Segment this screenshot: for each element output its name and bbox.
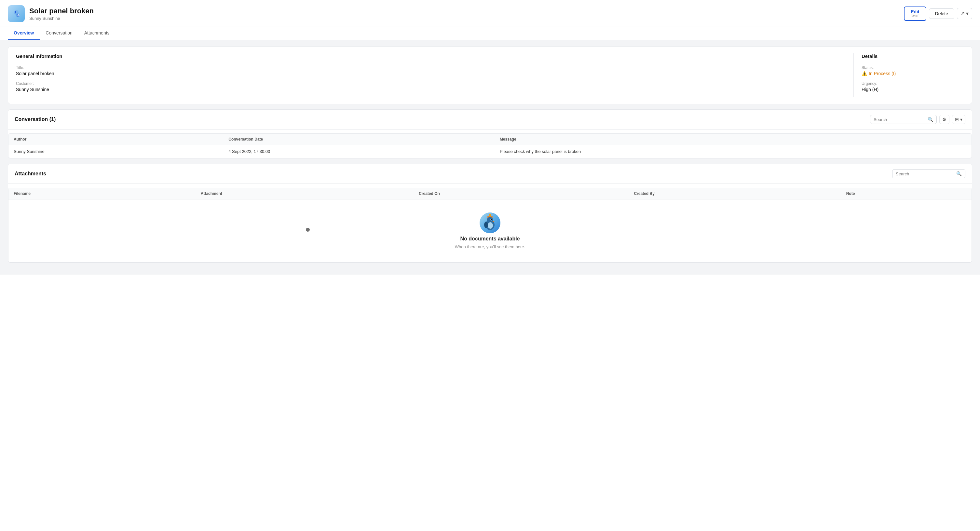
svg-text:⚙: ⚙	[17, 14, 19, 17]
gear-icon: ⚙	[942, 117, 947, 122]
delete-button[interactable]: Delete	[929, 8, 954, 19]
tabs-container: Overview Conversation Attachments	[0, 26, 980, 40]
attachments-search-icon[interactable]: 🔍	[956, 171, 962, 176]
table-row: Sunny Sunshine 4 Sept 2022, 17:30:00 Ple…	[8, 145, 972, 158]
title-value: Solar panel broken	[16, 71, 853, 76]
status-row: Status: ⚠️ In Process (I)	[862, 65, 964, 76]
attachments-search-box[interactable]: 🔍	[892, 169, 966, 178]
status-label: Status:	[862, 65, 964, 70]
columns-icon: ⊞	[955, 117, 959, 122]
share-icon: ↗	[961, 10, 965, 17]
row-date: 4 Sept 2022, 17:30:00	[223, 145, 495, 158]
warning-icon: ⚠️	[862, 71, 867, 76]
app-icon: ! ⚙	[8, 5, 25, 22]
col-author: Author	[8, 134, 223, 145]
status-badge: ⚠️ In Process (I)	[862, 71, 896, 76]
conversation-header: Conversation (1) 🔍 ⚙ ⊞ ▾	[8, 110, 972, 129]
col-date: Conversation Date	[223, 134, 495, 145]
settings-icon-button[interactable]: ⚙	[939, 115, 950, 124]
conversation-title: Conversation (1)	[14, 116, 56, 122]
svg-marker-6	[489, 214, 491, 216]
customer-label: Customer:	[16, 81, 853, 86]
attachments-header: Attachments 🔍	[8, 164, 972, 184]
no-docs-illustration	[480, 213, 500, 233]
conversation-table: Author Conversation Date Message Sunny S…	[8, 134, 972, 158]
attachments-section: Attachments 🔍 Filename Attachment Create…	[8, 164, 972, 263]
row-author: Sunny Sunshine	[8, 145, 223, 158]
header-subtitle: Sunny Sunshine	[29, 16, 94, 21]
col-message: Message	[495, 134, 972, 145]
general-info-card: General Information Title: Solar panel b…	[8, 46, 972, 104]
chevron-down-icon: ▾	[960, 117, 963, 122]
attachments-title: Attachments	[14, 171, 46, 176]
tab-attachments[interactable]: Attachments	[78, 26, 116, 40]
attachments-table-container: Filename Attachment Created On Created B…	[8, 188, 972, 262]
title-label: Title:	[16, 65, 853, 70]
empty-state-title: No documents available	[460, 236, 520, 242]
col-created-on: Created On	[414, 188, 628, 199]
col-note: Note	[841, 188, 972, 199]
tab-overview[interactable]: Overview	[8, 26, 40, 40]
edit-button[interactable]: Edit Ctrl+E	[904, 6, 926, 21]
header-title-group: Solar panel broken Sunny Sunshine	[29, 7, 94, 21]
svg-point-13	[488, 222, 493, 229]
conversation-search-box[interactable]: 🔍	[870, 115, 937, 124]
conversation-section: Conversation (1) 🔍 ⚙ ⊞ ▾	[8, 109, 972, 159]
svg-text:!: !	[14, 10, 16, 15]
chevron-down-icon: ▾	[966, 10, 969, 17]
conversation-table-container: Author Conversation Date Message Sunny S…	[8, 134, 972, 158]
status-value: In Process (I)	[869, 71, 896, 76]
customer-value: Sunny Sunshine	[16, 87, 853, 92]
attachments-empty-state: No documents available When there are, y…	[8, 199, 972, 262]
page-title: Solar panel broken	[29, 7, 94, 15]
empty-state-subtitle: When there are, you'll see them here.	[455, 244, 525, 249]
attachments-search-input[interactable]	[896, 172, 954, 176]
attachments-table: Filename Attachment Created On Created B…	[8, 188, 972, 199]
general-info-title: General Information	[16, 53, 853, 59]
main-content: General Information Title: Solar panel b…	[0, 40, 980, 275]
col-filename: Filename	[8, 188, 196, 199]
header-left: ! ⚙ Solar panel broken Sunny Sunshine	[8, 5, 94, 22]
share-button[interactable]: ↗ ▾	[957, 8, 972, 19]
conversation-search-icon[interactable]: 🔍	[928, 117, 933, 122]
tab-conversation[interactable]: Conversation	[40, 26, 78, 40]
header: ! ⚙ Solar panel broken Sunny Sunshine Ed…	[0, 0, 980, 26]
conversation-search-input[interactable]	[873, 117, 926, 122]
svg-point-11	[491, 219, 492, 220]
columns-icon-button[interactable]: ⊞ ▾	[952, 115, 966, 124]
details-title: Details	[862, 53, 964, 59]
attachments-table-head: Filename Attachment Created On Created B…	[8, 188, 972, 199]
info-grid: General Information Title: Solar panel b…	[16, 53, 964, 97]
svg-point-8	[484, 222, 488, 228]
col-created-by: Created By	[628, 188, 841, 199]
customer-row: Customer: Sunny Sunshine	[16, 81, 853, 92]
urgency-value: High (H)	[862, 87, 964, 92]
conversation-tools: 🔍 ⚙ ⊞ ▾	[870, 115, 966, 124]
details-section: Details Status: ⚠️ In Process (I) Urgenc…	[853, 53, 964, 97]
conversation-table-head: Author Conversation Date Message	[8, 134, 972, 145]
conversation-table-body: Sunny Sunshine 4 Sept 2022, 17:30:00 Ple…	[8, 145, 972, 158]
urgency-row: Urgency: High (H)	[862, 81, 964, 92]
row-message: Please check why the solar panel is brok…	[495, 145, 972, 158]
urgency-label: Urgency:	[862, 81, 964, 86]
page-container: ! ⚙ Solar panel broken Sunny Sunshine Ed…	[0, 0, 980, 531]
col-attachment: Attachment	[196, 188, 414, 199]
info-section-left: General Information Title: Solar panel b…	[16, 53, 853, 97]
title-row: Title: Solar panel broken	[16, 65, 853, 76]
header-actions: Edit Ctrl+E Delete ↗ ▾	[904, 6, 972, 21]
